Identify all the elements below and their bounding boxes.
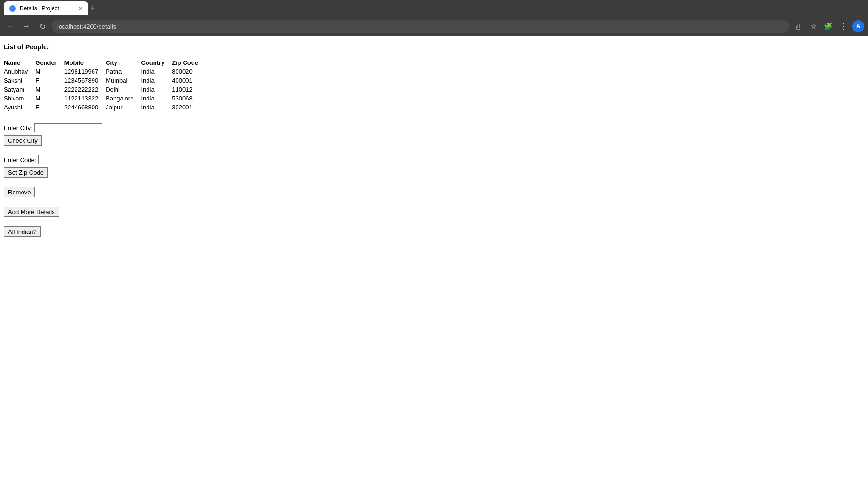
- enter-code-section: Enter Code: Set Zip Code: [4, 155, 864, 178]
- check-city-button[interactable]: Check City: [4, 135, 42, 146]
- table-cell-col2: 1122113322: [64, 94, 106, 103]
- svg-point-0: [10, 6, 15, 11]
- remove-button[interactable]: Remove: [4, 187, 35, 197]
- table-cell-col5: 400001: [172, 76, 206, 85]
- col-header-mobile: Mobile: [64, 58, 106, 67]
- table-cell-col4: India: [141, 85, 172, 94]
- table-cell-col3: Bangalore: [106, 94, 141, 103]
- table-cell-col5: 530068: [172, 94, 206, 103]
- browser-nav-right: ⎙ ☆ 🧩 ⋮ A: [792, 20, 864, 32]
- add-more-details-button[interactable]: Add More Details: [4, 207, 59, 217]
- table-cell-col0: Sakshi: [4, 76, 35, 85]
- remove-section: Remove: [4, 187, 864, 197]
- table-cell-col3: Delhi: [106, 85, 141, 94]
- check-city-button-wrapper: Check City: [4, 135, 864, 146]
- profile-avatar[interactable]: A: [852, 20, 864, 32]
- table-cell-col2: 2222222222: [64, 85, 106, 94]
- browser-chrome: Details | Project ✕ + ← → ↻ localhost:42…: [0, 0, 868, 36]
- browser-tab[interactable]: Details | Project ✕: [4, 1, 88, 15]
- table-cell-col1: F: [35, 76, 64, 85]
- table-cell-col4: India: [141, 103, 172, 112]
- share-icon[interactable]: ⎙: [792, 20, 804, 32]
- table-cell-col0: Anubhav: [4, 67, 35, 76]
- table-cell-col3: Patna: [106, 67, 141, 76]
- table-row: SatyamM2222222222DelhiIndia110012: [4, 85, 206, 94]
- table-cell-col0: Satyam: [4, 85, 35, 94]
- table-cell-col5: 302001: [172, 103, 206, 112]
- table-cell-col5: 800020: [172, 67, 206, 76]
- add-more-section: Add More Details: [4, 207, 864, 217]
- reload-icon: ↻: [39, 22, 46, 31]
- col-header-country: Country: [141, 58, 172, 67]
- address-bar[interactable]: localhost:4200/details: [52, 20, 789, 33]
- table-row: ShivamM1122113322BangaloreIndia530068: [4, 94, 206, 103]
- page-content: List of People: Name Gender Mobile City …: [0, 36, 868, 494]
- table-row: AyushiF2244668800JaipurIndia302001: [4, 103, 206, 112]
- col-header-name: Name: [4, 58, 35, 67]
- table-cell-col2: 1234567890: [64, 76, 106, 85]
- col-header-zipcode: Zip Code: [172, 58, 206, 67]
- back-icon: ←: [7, 22, 14, 31]
- extensions-icon[interactable]: 🧩: [822, 20, 834, 32]
- tab-title: Details | Project: [20, 5, 59, 12]
- code-input-row: Enter Code:: [4, 155, 864, 164]
- table-cell-col1: M: [35, 85, 64, 94]
- city-input[interactable]: [34, 123, 102, 132]
- table-cell-col1: M: [35, 67, 64, 76]
- city-input-row: Enter City:: [4, 123, 864, 132]
- table-row: SakshiF1234567890MumbaiIndia400001: [4, 76, 206, 85]
- enter-code-label: Enter Code:: [4, 156, 36, 163]
- table-cell-col4: India: [141, 94, 172, 103]
- table-row: AnubhavM1298119967PatnaIndia800020: [4, 67, 206, 76]
- code-input[interactable]: [38, 155, 106, 164]
- address-text: localhost:4200/details: [57, 23, 116, 30]
- all-indian-button[interactable]: All Indian?: [4, 226, 41, 237]
- browser-nav: ← → ↻ localhost:4200/details ⎙ ☆ 🧩 ⋮ A: [0, 17, 868, 36]
- set-zip-button-wrapper: Set Zip Code: [4, 167, 864, 178]
- table-cell-col3: Jaipur: [106, 103, 141, 112]
- table-cell-col2: 1298119967: [64, 67, 106, 76]
- browser-menu-icon[interactable]: ⋮: [837, 20, 849, 32]
- table-cell-col4: India: [141, 67, 172, 76]
- bookmark-icon[interactable]: ☆: [807, 20, 819, 32]
- forward-button[interactable]: →: [20, 20, 33, 33]
- table-cell-col0: Shivam: [4, 94, 35, 103]
- browser-titlebar: Details | Project ✕ +: [0, 0, 868, 17]
- table-cell-col1: M: [35, 94, 64, 103]
- table-cell-col0: Ayushi: [4, 103, 35, 112]
- enter-city-label: Enter City:: [4, 124, 32, 131]
- table-cell-col3: Mumbai: [106, 76, 141, 85]
- col-header-gender: Gender: [35, 58, 64, 67]
- tab-close-button[interactable]: ✕: [78, 6, 83, 12]
- page-title: List of People:: [4, 43, 864, 51]
- tab-favicon: [9, 5, 16, 12]
- enter-city-section: Enter City: Check City: [4, 123, 864, 146]
- table-cell-col5: 110012: [172, 85, 206, 94]
- set-zip-button[interactable]: Set Zip Code: [4, 167, 48, 178]
- table-cell-col2: 2244668800: [64, 103, 106, 112]
- table-cell-col1: F: [35, 103, 64, 112]
- people-table: Name Gender Mobile City Country Zip Code…: [4, 58, 206, 112]
- new-tab-button[interactable]: +: [90, 4, 95, 14]
- reload-button[interactable]: ↻: [36, 20, 49, 33]
- col-header-city: City: [106, 58, 141, 67]
- forward-icon: →: [23, 22, 30, 31]
- all-indian-section: All Indian?: [4, 226, 864, 237]
- table-header-row: Name Gender Mobile City Country Zip Code: [4, 58, 206, 67]
- back-button[interactable]: ←: [4, 20, 17, 33]
- table-cell-col4: India: [141, 76, 172, 85]
